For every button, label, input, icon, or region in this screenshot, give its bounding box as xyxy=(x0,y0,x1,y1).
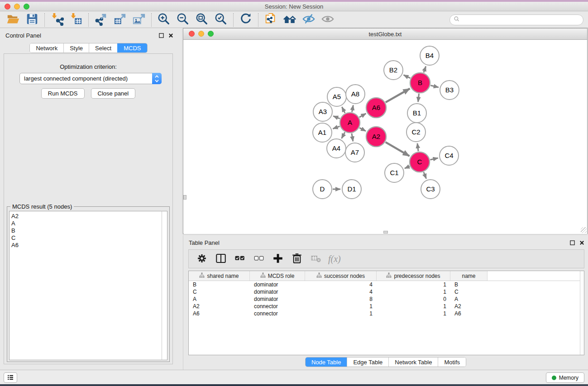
node-B2[interactable]: B2 xyxy=(384,61,403,80)
edge-A-A4[interactable] xyxy=(342,132,345,138)
cell-shared-name[interactable]: B xyxy=(189,281,250,288)
delete-table-button[interactable] xyxy=(307,251,325,267)
mcds-result-list[interactable]: A2ABCA6 xyxy=(9,211,162,360)
refresh-button[interactable] xyxy=(236,12,255,28)
birds-eye-button[interactable] xyxy=(318,12,337,28)
frame-resize-grip[interactable] xyxy=(581,227,587,233)
close-panel-icon[interactable] xyxy=(168,32,173,40)
cell-name[interactable]: B xyxy=(450,281,488,288)
cell-name[interactable]: A xyxy=(450,296,488,302)
cell-predecessor-nodes[interactable]: 1 xyxy=(377,303,450,310)
network-window-titlebar[interactable]: testGlobe.txt xyxy=(183,29,587,40)
zoom-out-button[interactable] xyxy=(173,12,192,28)
node-D[interactable]: D xyxy=(313,180,332,199)
node-C3[interactable]: C3 xyxy=(421,180,440,199)
run-mcds-button[interactable]: Run MCDS xyxy=(41,88,85,99)
tab-network[interactable]: Network xyxy=(30,43,63,52)
edge-A6-B[interactable] xyxy=(386,89,410,102)
cell-successor-nodes[interactable]: 4 xyxy=(305,281,377,288)
cell-shared-name[interactable]: A xyxy=(189,296,250,302)
clone-network-button[interactable] xyxy=(261,12,280,28)
import-table-button[interactable] xyxy=(67,12,86,28)
node-B3[interactable]: B3 xyxy=(440,81,459,100)
edge-A-A2[interactable] xyxy=(359,128,366,131)
deselect-all-button[interactable] xyxy=(250,251,268,267)
node-A7[interactable]: A7 xyxy=(345,143,364,162)
node-A[interactable]: A xyxy=(340,113,360,133)
node-B[interactable]: B xyxy=(410,73,430,93)
select-all-button[interactable] xyxy=(231,251,249,267)
cell-name[interactable]: A2 xyxy=(450,303,488,310)
mcds-result-scrollbar[interactable] xyxy=(162,211,167,360)
edge-B-B2[interactable] xyxy=(404,75,411,78)
save-session-button[interactable] xyxy=(23,12,42,28)
tab-mcds[interactable]: MCDS xyxy=(117,43,147,52)
node-D1[interactable]: D1 xyxy=(342,180,361,199)
table-row-C[interactable]: Cdominator41C xyxy=(189,288,584,295)
add-column-button[interactable] xyxy=(269,251,287,267)
edge-C-C2[interactable] xyxy=(417,143,418,151)
column-header-MCDS-role[interactable]: MCDS role xyxy=(250,271,305,281)
mcds-result-item[interactable]: B xyxy=(11,227,162,234)
cell-successor-nodes[interactable]: 8 xyxy=(305,296,377,302)
cell-shared-name[interactable]: A6 xyxy=(189,310,250,317)
edge-C-C4[interactable] xyxy=(430,158,438,160)
cell-shared-name[interactable]: A2 xyxy=(189,303,250,310)
edge-A-A8[interactable] xyxy=(352,105,353,112)
table-settings-button[interactable] xyxy=(193,251,210,267)
cell-name[interactable]: C xyxy=(450,289,488,295)
table-row-A6[interactable]: A6connector11A6 xyxy=(189,310,584,317)
close-panel-button[interactable]: Close panel xyxy=(91,88,136,99)
column-header-successor-nodes[interactable]: successor nodes xyxy=(305,271,377,281)
close-table-panel-icon[interactable] xyxy=(579,239,584,247)
cell-MCDS-role[interactable]: dominator xyxy=(250,296,305,302)
float-table-panel-icon[interactable] xyxy=(570,239,575,247)
edge-A-A7[interactable] xyxy=(352,133,353,142)
edge-B-B3[interactable] xyxy=(430,86,438,87)
cell-successor-nodes[interactable]: 1 xyxy=(305,303,377,310)
import-network-button[interactable] xyxy=(48,12,67,28)
cell-shared-name[interactable]: C xyxy=(189,289,250,295)
cell-successor-nodes[interactable]: 4 xyxy=(305,289,377,295)
float-panel-icon[interactable] xyxy=(159,32,164,40)
export-table-button[interactable] xyxy=(110,12,129,28)
export-network-button[interactable] xyxy=(91,12,110,28)
cell-name[interactable]: A6 xyxy=(450,310,488,317)
cell-MCDS-role[interactable]: dominator xyxy=(250,281,305,288)
node-A3[interactable]: A3 xyxy=(313,102,332,121)
split-view-button[interactable] xyxy=(212,251,229,267)
node-B1[interactable]: B1 xyxy=(407,104,426,123)
hide-graphics-button[interactable] xyxy=(299,12,318,28)
node-table[interactable]: shared nameMCDS rolesuccessor nodesprede… xyxy=(188,271,584,355)
table-row-A2[interactable]: A2connector11A2 xyxy=(189,303,584,310)
criterion-dropdown[interactable]: largest connected component (directed) xyxy=(19,73,162,84)
table-row-A[interactable]: Adominator80A xyxy=(189,295,584,303)
table-scrollbar[interactable] xyxy=(580,271,584,355)
frame-resize-handle-left[interactable] xyxy=(183,195,186,200)
table-tab-node-table[interactable]: Node Table xyxy=(306,357,347,367)
zoom-in-button[interactable] xyxy=(154,12,173,28)
node-C[interactable]: C xyxy=(410,152,430,172)
column-header-predecessor-nodes[interactable]: predecessor nodes xyxy=(377,271,450,281)
node-A6[interactable]: A6 xyxy=(366,98,386,118)
table-row-B[interactable]: Bdominator41B xyxy=(189,281,584,288)
node-C4[interactable]: C4 xyxy=(440,146,459,165)
edge-A2-C[interactable] xyxy=(386,142,410,156)
network-canvas[interactable]: AA1A2A3A4A5A6A7A8BB1B2B3B4CC1C2C3C4DD1 xyxy=(184,40,587,234)
export-image-button[interactable] xyxy=(129,12,148,28)
delete-column-button[interactable] xyxy=(288,251,306,267)
edge-A-A3[interactable] xyxy=(333,116,340,119)
cell-predecessor-nodes[interactable]: 0 xyxy=(377,296,450,302)
cell-MCDS-role[interactable]: connector xyxy=(250,310,305,317)
table-tab-edge-table[interactable]: Edge Table xyxy=(347,357,388,367)
search-box[interactable] xyxy=(449,14,583,25)
tab-style[interactable]: Style xyxy=(63,43,89,52)
table-tab-motifs[interactable]: Motifs xyxy=(438,357,466,367)
frame-resize-handle-bottom[interactable] xyxy=(383,231,388,234)
cell-MCDS-role[interactable]: connector xyxy=(250,303,305,310)
home-button[interactable] xyxy=(280,12,299,28)
node-A5[interactable]: A5 xyxy=(327,87,346,106)
open-session-button[interactable] xyxy=(4,12,23,28)
column-header-shared-name[interactable]: shared name xyxy=(189,271,250,281)
cell-successor-nodes[interactable]: 1 xyxy=(305,310,377,317)
